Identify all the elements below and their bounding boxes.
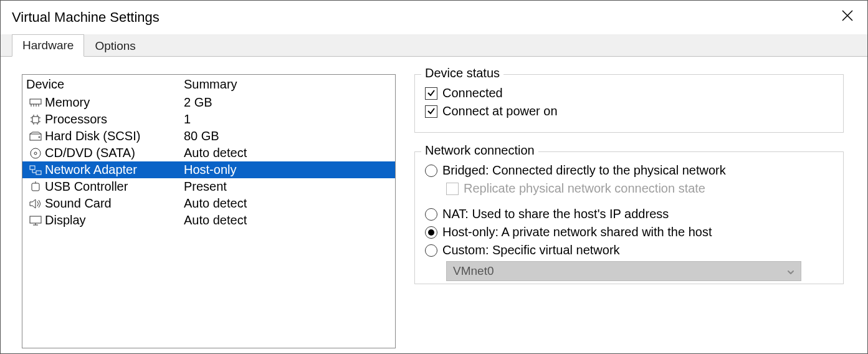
- window-title: Virtual Machine Settings: [12, 9, 160, 26]
- radio-label: Host-only: A private network shared with…: [442, 225, 712, 239]
- device-name: Memory: [45, 95, 184, 110]
- checkbox-connected[interactable]: Connected: [425, 86, 833, 100]
- harddisk-icon: [26, 132, 45, 141]
- device-list-header: Device Summary: [22, 75, 395, 94]
- svg-rect-24: [30, 216, 41, 223]
- radio-bridged[interactable]: Bridged: Connected directly to the physi…: [425, 163, 833, 178]
- radio-custom[interactable]: Custom: Specific virtual network: [425, 243, 833, 257]
- device-name: Network Adapter: [45, 163, 184, 177]
- device-row-display[interactable]: Display Auto detect: [22, 212, 395, 229]
- device-row-cddvd[interactable]: CD/DVD (SATA) Auto detect: [22, 145, 395, 161]
- cpu-icon: [26, 114, 45, 125]
- device-summary: 80 GB: [184, 129, 391, 143]
- tab-hardware[interactable]: Hardware: [12, 34, 84, 57]
- custom-network-select: VMnet0: [446, 261, 801, 281]
- tab-options[interactable]: Options: [84, 35, 146, 57]
- svg-point-17: [39, 136, 40, 138]
- svg-rect-16: [30, 134, 41, 140]
- group-title-network-connection: Network connection: [421, 143, 538, 158]
- device-summary: Present: [184, 179, 391, 194]
- radio-label: Bridged: Connected directly to the physi…: [442, 163, 726, 178]
- device-summary: Auto detect: [184, 196, 391, 211]
- checkbox-replicate-state: Replicate physical network connection st…: [446, 181, 833, 196]
- usb-icon: [26, 181, 45, 193]
- radio-icon: [425, 244, 437, 257]
- device-row-memory[interactable]: Memory 2 GB: [22, 94, 395, 111]
- header-summary: Summary: [184, 77, 391, 92]
- radio-host-only[interactable]: Host-only: A private network shared with…: [425, 225, 833, 239]
- device-row-network[interactable]: Network Adapter Host-only: [22, 161, 395, 178]
- display-icon: [26, 216, 45, 226]
- radio-nat[interactable]: NAT: Used to share the host's IP address: [425, 207, 833, 221]
- group-title-device-status: Device status: [421, 66, 503, 80]
- close-icon: [841, 9, 854, 22]
- device-name: Display: [45, 213, 184, 227]
- sound-icon: [26, 199, 45, 209]
- checkbox-label: Connect at power on: [442, 104, 558, 118]
- svg-rect-20: [30, 166, 35, 170]
- checkbox-label: Connected: [442, 86, 503, 100]
- tab-strip: Hardware Options: [1, 34, 867, 57]
- checkbox-icon: [425, 105, 437, 118]
- checkbox-icon: [425, 87, 437, 100]
- device-name: Sound Card: [45, 196, 184, 211]
- checkbox-connect-power-on[interactable]: Connect at power on: [425, 104, 833, 118]
- detail-panel: Device status Connected Connect at power…: [414, 74, 856, 353]
- device-row-processors[interactable]: Processors 1: [22, 111, 395, 128]
- radio-label: Custom: Specific virtual network: [442, 243, 620, 257]
- device-name: USB Controller: [45, 179, 184, 194]
- content-area: Device Summary Memory 2 GB Processors 1: [1, 57, 867, 353]
- group-network-connection: Network connection Bridged: Connected di…: [414, 151, 844, 284]
- svg-rect-21: [36, 171, 41, 175]
- device-name: CD/DVD (SATA): [45, 146, 184, 160]
- radio-icon: [425, 226, 437, 239]
- svg-point-18: [31, 148, 41, 158]
- titlebar: Virtual Machine Settings: [1, 1, 867, 34]
- device-list: Device Summary Memory 2 GB Processors 1: [22, 74, 396, 348]
- device-summary: Auto detect: [184, 213, 391, 227]
- checkbox-label: Replicate physical network connection st…: [464, 181, 705, 196]
- device-row-sound[interactable]: Sound Card Auto detect: [22, 195, 395, 212]
- device-row-usb[interactable]: USB Controller Present: [22, 178, 395, 195]
- device-summary: Host-only: [184, 163, 391, 177]
- checkbox-icon: [446, 183, 459, 195]
- radio-label: NAT: Used to share the host's IP address: [442, 207, 669, 221]
- radio-icon: [425, 208, 437, 221]
- network-icon: [26, 165, 45, 175]
- group-device-status: Device status Connected Connect at power…: [414, 74, 844, 133]
- radio-icon: [425, 165, 437, 177]
- vm-settings-window: Virtual Machine Settings Hardware Option…: [0, 0, 868, 354]
- svg-point-19: [34, 152, 37, 155]
- close-button[interactable]: [839, 7, 856, 28]
- device-summary: 2 GB: [184, 95, 391, 110]
- device-summary: Auto detect: [184, 146, 391, 160]
- header-device: Device: [26, 77, 184, 92]
- svg-rect-22: [32, 183, 39, 191]
- svg-rect-2: [30, 99, 41, 104]
- device-row-harddisk[interactable]: Hard Disk (SCSI) 80 GB: [22, 128, 395, 145]
- select-value: VMnet0: [453, 264, 494, 278]
- disc-icon: [26, 148, 45, 159]
- device-name: Hard Disk (SCSI): [45, 129, 184, 143]
- svg-rect-7: [32, 117, 39, 123]
- device-name: Processors: [45, 112, 184, 127]
- device-summary: 1: [184, 112, 391, 127]
- memory-icon: [26, 98, 45, 107]
- chevron-down-icon: [787, 264, 794, 278]
